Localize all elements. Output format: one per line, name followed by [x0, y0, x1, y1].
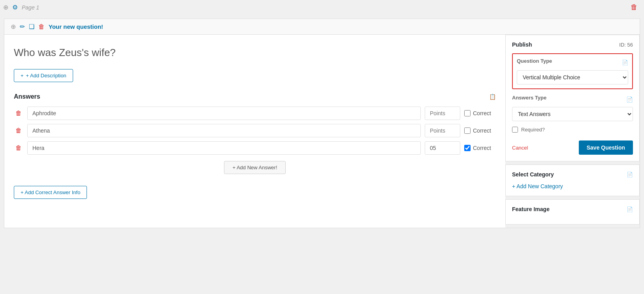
publish-header: Publish ID: 56: [512, 41, 633, 48]
answer-row: 🗑 Correct: [14, 124, 496, 137]
page-top-bar-left: ⊕ ⚙ Page 1: [3, 4, 39, 11]
select-category-title: Select Category: [512, 171, 554, 178]
action-row: Cancel Save Question: [512, 140, 633, 155]
answer-trash-2[interactable]: 🗑: [14, 144, 23, 152]
answer-trash-1[interactable]: 🗑: [14, 126, 23, 135]
sidebar: Publish ID: 56 Question Type 📄 Vertical …: [505, 35, 640, 228]
save-question-button[interactable]: Save Question: [579, 140, 633, 155]
question-content-wrapper: + + Add Description Answers 📋 🗑 Correct: [4, 35, 640, 228]
answers-type-doc-icon: 📄: [626, 96, 633, 103]
answer-correct-label-0: Correct: [464, 110, 496, 116]
answer-points-1[interactable]: [425, 124, 460, 137]
answer-correct-label-2: Correct: [464, 145, 496, 151]
feature-image-header: Feature Image 📄: [512, 206, 633, 212]
gear-icon[interactable]: ⚙: [12, 4, 18, 11]
answers-doc-icon: 📋: [489, 94, 496, 100]
add-category-link[interactable]: + Add New Category: [512, 183, 563, 189]
required-checkbox[interactable]: [512, 127, 518, 133]
add-correct-info-label: + Add Correct Answer Info: [21, 189, 80, 195]
add-correct-answer-info-button[interactable]: + Add Correct Answer Info: [14, 186, 87, 199]
answer-points-2[interactable]: [425, 141, 460, 155]
answers-type-label: Answers Type: [512, 95, 546, 101]
publish-title: Publish: [512, 41, 532, 48]
answers-header: Answers 📋: [14, 93, 496, 100]
move-icon[interactable]: ⊕: [3, 4, 8, 11]
page-label: Page 1: [22, 4, 39, 11]
question-type-select[interactable]: Vertical Multiple Choice Horizontal Mult…: [517, 70, 628, 84]
answers-type-header: Answers Type 📄: [512, 95, 633, 104]
add-answer-button[interactable]: + Add New Answer!: [224, 161, 285, 174]
question-copy-icon[interactable]: ❏: [29, 23, 34, 30]
answers-type-select[interactable]: Text Answers Image Answers: [512, 107, 633, 121]
answer-text-2[interactable]: [27, 141, 421, 155]
answer-text-0[interactable]: [27, 107, 421, 120]
answer-trash-0[interactable]: 🗑: [14, 109, 23, 118]
answers-title: Answers: [14, 93, 40, 100]
correct-text-2: Correct: [473, 145, 491, 151]
feature-image-panel: Feature Image 📄: [505, 199, 640, 225]
correct-text-1: Correct: [473, 127, 491, 134]
question-main: + + Add Description Answers 📋 🗑 Correct: [4, 35, 505, 228]
question-toolbar: ⊕ ✏ ❏ 🗑 Your new question!: [4, 19, 640, 35]
select-category-doc-icon: 📄: [627, 172, 633, 178]
question-type-doc-icon: 📄: [622, 60, 628, 66]
answer-row: 🗑 Correct: [14, 107, 496, 120]
required-row: Required?: [512, 127, 633, 133]
question-trash-icon[interactable]: 🗑: [38, 23, 45, 30]
correct-text-0: Correct: [473, 110, 491, 116]
select-category-header: Select Category 📄: [512, 171, 633, 178]
add-description-button[interactable]: + + Add Description: [14, 69, 73, 82]
question-title-label: Your new question!: [49, 23, 103, 30]
required-label: Required?: [521, 127, 545, 133]
question-type-label: Question Type: [517, 58, 552, 64]
answer-correct-checkbox-1[interactable]: [464, 127, 471, 134]
answers-section: Answers 📋 🗑 Correct 🗑: [14, 93, 496, 174]
publish-panel: Publish ID: 56 Question Type 📄 Vertical …: [505, 35, 640, 161]
id-badge: ID: 56: [619, 42, 633, 48]
add-description-label: + Add Description: [26, 73, 66, 79]
cancel-link[interactable]: Cancel: [512, 145, 528, 151]
answer-correct-checkbox-0[interactable]: [464, 110, 471, 116]
page-trash-icon[interactable]: 🗑: [631, 3, 638, 11]
feature-image-doc-icon: 📄: [627, 206, 633, 212]
question-text-input[interactable]: [14, 43, 496, 63]
question-move-icon[interactable]: ⊕: [11, 23, 16, 30]
question-type-header: Question Type 📄: [517, 58, 628, 67]
answers-type-section: Answers Type 📄 Text Answers Image Answer…: [512, 95, 633, 121]
answer-points-0[interactable]: [425, 107, 460, 120]
answer-correct-checkbox-2[interactable]: [464, 145, 471, 151]
answer-row: 🗑 Correct: [14, 141, 496, 155]
answer-text-1[interactable]: [27, 124, 421, 137]
question-edit-icon[interactable]: ✏: [20, 23, 25, 30]
question-type-section: Question Type 📄 Vertical Multiple Choice…: [512, 53, 633, 89]
answer-correct-label-1: Correct: [464, 127, 496, 134]
question-card: ⊕ ✏ ❏ 🗑 Your new question! + + Add Descr…: [4, 19, 640, 228]
add-description-plus: +: [21, 73, 24, 79]
select-category-panel: Select Category 📄 + Add New Category: [505, 165, 640, 196]
page-top-bar: ⊕ ⚙ Page 1 🗑: [0, 0, 644, 15]
add-answer-label: + Add New Answer!: [232, 165, 277, 170]
feature-image-title: Feature Image: [512, 206, 550, 212]
